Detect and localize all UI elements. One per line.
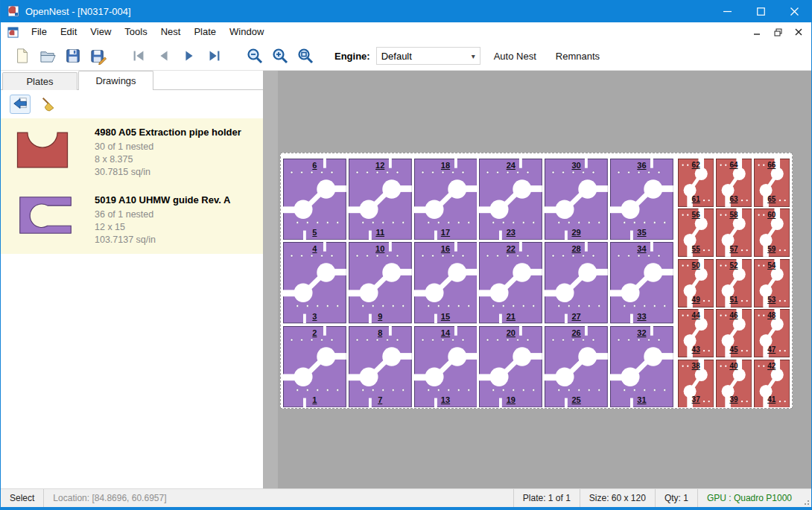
part-number: 17: [414, 228, 478, 237]
menu-items: FileEditViewToolsNestPlateWindow: [25, 22, 270, 42]
nest-part-pair[interactable]: 5251: [716, 259, 752, 307]
nest-part-pair[interactable]: 1615: [414, 242, 478, 323]
main-toolbar: Engine: Default ▾ Auto Nest Remnants: [1, 42, 811, 71]
menu-item-view[interactable]: View: [83, 22, 118, 42]
nest-part-pair[interactable]: 2625: [545, 326, 608, 407]
menu-item-file[interactable]: File: [25, 22, 54, 42]
save-as-button[interactable]: [86, 44, 111, 68]
tab-strip: Plates Drawings: [2, 71, 154, 90]
part-number: 15: [414, 312, 478, 321]
zoom-in-button[interactable]: [267, 44, 293, 68]
first-plate-button[interactable]: [126, 44, 151, 68]
part-number: 49: [678, 296, 714, 305]
tab-plates[interactable]: Plates: [2, 72, 77, 90]
part-number: 33: [610, 312, 673, 321]
previous-plate-button[interactable]: [151, 44, 177, 68]
last-plate-button[interactable]: [202, 44, 227, 68]
nest-part-pair[interactable]: 4039: [716, 360, 752, 408]
drawing-item-extraction-pipe-holder[interactable]: 4980 A05 Extraction pipe holder 30 of 1 …: [1, 118, 263, 186]
nest-canvas[interactable]: 6512111817242330293635431091615222128273…: [278, 71, 811, 488]
close-button[interactable]: [778, 0, 811, 22]
drawing-item-uhmw-guide[interactable]: 5019 A10 UHMW guide Rev. A 36 of 1 neste…: [1, 186, 263, 254]
next-plate-button[interactable]: [177, 44, 202, 68]
nest-part-pair[interactable]: 5655: [678, 208, 714, 257]
nest-part-pair[interactable]: 4847: [754, 309, 790, 357]
nest-part-pair[interactable]: 3635: [610, 159, 673, 240]
nest-part-pair[interactable]: 5857: [716, 208, 752, 257]
nest-part-pair[interactable]: 2423: [479, 159, 542, 240]
drawing-nested-count: 30 of 1 nested: [95, 141, 256, 153]
nest-part-pair[interactable]: 2019: [479, 326, 542, 407]
engine-label: Engine:: [334, 51, 370, 62]
menu-item-tools[interactable]: Tools: [118, 22, 153, 42]
part-number: 11: [349, 228, 412, 237]
minimize-button[interactable]: [711, 0, 744, 22]
drawing-area: 30.7815 sq/in: [95, 166, 256, 179]
remnants-button[interactable]: Remnants: [550, 51, 606, 62]
menu-item-window[interactable]: Window: [223, 22, 270, 42]
nest-part-pair[interactable]: 43: [283, 242, 346, 323]
status-gpu: GPU : Quadro P1000: [697, 489, 801, 507]
part-number: 5: [283, 228, 346, 237]
nest-part-pair[interactable]: 2827: [545, 242, 608, 323]
zoom-out-button[interactable]: [242, 44, 267, 68]
clean-drawings-button[interactable]: [38, 95, 59, 114]
part-number: 1: [283, 395, 346, 404]
menu-item-plate[interactable]: Plate: [187, 22, 223, 42]
part-number: 14: [414, 328, 478, 337]
status-location: Location: [84.8696, 60.6957]: [44, 489, 175, 507]
nest-part-pair[interactable]: 6665: [754, 159, 790, 207]
nest-part-pair[interactable]: 4241: [754, 360, 790, 408]
nest-part-pair[interactable]: 1211: [349, 159, 412, 240]
engine-select[interactable]: Default ▾: [376, 47, 480, 65]
tab-drawings[interactable]: Drawings: [78, 71, 153, 90]
menu-item-edit[interactable]: Edit: [54, 22, 83, 42]
broom-icon: [40, 96, 57, 112]
nest-part-pair[interactable]: 21: [283, 326, 346, 407]
nest-part-pair[interactable]: 6463: [716, 159, 752, 207]
open-button[interactable]: [35, 44, 60, 68]
panel-splitter[interactable]: [263, 71, 278, 488]
mdi-minimize-icon[interactable]: [750, 25, 764, 39]
auto-nest-button[interactable]: Auto Nest: [488, 51, 542, 62]
nest-part-pair[interactable]: 4443: [678, 309, 714, 357]
nest-part-pair[interactable]: 1817: [414, 159, 478, 240]
nest-part-pair[interactable]: 6261: [678, 159, 714, 207]
nest-part-pair[interactable]: 109: [349, 242, 412, 323]
maximize-button[interactable]: [744, 0, 778, 22]
part-number: 27: [545, 312, 608, 321]
save-as-icon: [90, 48, 107, 65]
zoom-fit-button[interactable]: [293, 44, 318, 68]
previous-arrow-icon: [156, 48, 172, 64]
part-number: 45: [716, 345, 752, 354]
plate[interactable]: 6512111817242330293635431091615222128273…: [280, 153, 793, 409]
part-number: 60: [754, 211, 790, 220]
part-number: 65: [754, 195, 790, 204]
nest-part-pair[interactable]: 3231: [610, 326, 673, 407]
import-drawing-button[interactable]: [10, 95, 31, 114]
part-number: 21: [479, 312, 542, 321]
zoom-fit-icon: [296, 47, 314, 65]
mdi-close-icon[interactable]: [792, 25, 805, 39]
new-file-button[interactable]: [10, 44, 35, 68]
part-number: 58: [716, 211, 752, 220]
save-button[interactable]: [60, 44, 86, 68]
mdi-restore-icon[interactable]: [771, 25, 784, 39]
nest-part-pair[interactable]: 6059: [754, 208, 790, 257]
part-number: 51: [716, 296, 752, 305]
nest-part-pair[interactable]: 3837: [678, 360, 714, 408]
nest-part-pair[interactable]: 3029: [545, 159, 608, 240]
nest-part-pair[interactable]: 65: [283, 159, 346, 240]
nest-part-pair[interactable]: 87: [349, 326, 412, 407]
nest-part-pair[interactable]: 2221: [479, 242, 542, 323]
menu-item-nest[interactable]: Nest: [154, 22, 188, 42]
resize-grip-icon[interactable]: [801, 489, 811, 507]
nest-part-pair[interactable]: 1413: [414, 326, 478, 407]
nest-part-pair[interactable]: 5453: [754, 259, 790, 307]
status-mode: Select: [1, 489, 44, 507]
window-title: OpenNest - [N0317-004]: [25, 6, 131, 17]
part-number: 54: [754, 261, 790, 270]
nest-part-pair[interactable]: 5049: [678, 259, 714, 307]
nest-part-pair[interactable]: 4645: [716, 309, 752, 357]
nest-part-pair[interactable]: 3433: [610, 242, 673, 323]
